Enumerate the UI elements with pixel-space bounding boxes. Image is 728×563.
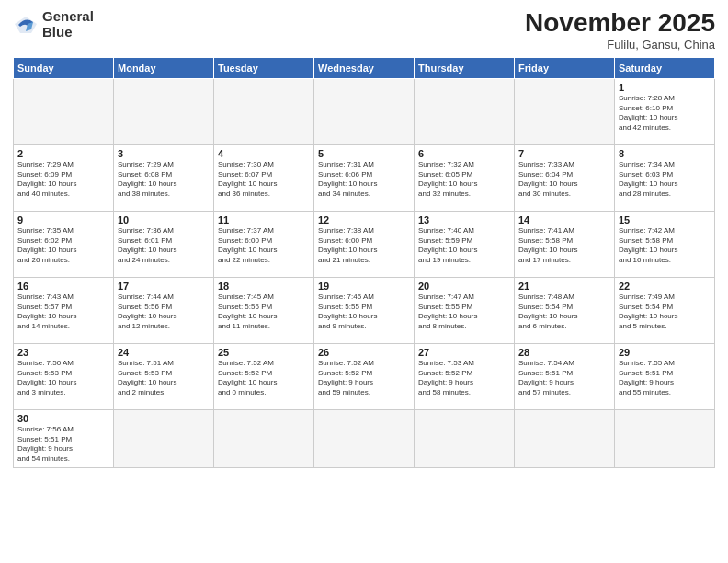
calendar-day-cell: 16Sunrise: 7:43 AM Sunset: 5:57 PM Dayli… [14,277,114,343]
day-info: Sunrise: 7:29 AM Sunset: 6:08 PM Dayligh… [118,160,210,200]
day-info: Sunrise: 7:30 AM Sunset: 6:07 PM Dayligh… [218,160,310,200]
day-info: Sunrise: 7:52 AM Sunset: 5:52 PM Dayligh… [218,359,310,398]
calendar-day-cell: 25Sunrise: 7:52 AM Sunset: 5:52 PM Dayli… [214,343,314,409]
calendar-week-row: 16Sunrise: 7:43 AM Sunset: 5:57 PM Dayli… [14,277,715,343]
calendar-day-cell [415,409,515,467]
calendar-day-cell: 6Sunrise: 7:32 AM Sunset: 6:05 PM Daylig… [415,144,515,211]
day-info: Sunrise: 7:37 AM Sunset: 6:00 PM Dayligh… [218,226,310,266]
day-info: Sunrise: 7:54 AM Sunset: 5:51 PM Dayligh… [518,359,610,398]
day-number: 2 [17,148,109,159]
calendar-day-cell: 13Sunrise: 7:40 AM Sunset: 5:59 PM Dayli… [415,211,515,277]
calendar-day-cell: 20Sunrise: 7:47 AM Sunset: 5:55 PM Dayli… [415,277,515,343]
title-block: November 2025 Fulilu, Gansu, China [525,9,715,52]
day-number: 4 [218,148,310,159]
day-info: Sunrise: 7:52 AM Sunset: 5:52 PM Dayligh… [318,359,410,398]
day-info: Sunrise: 7:51 AM Sunset: 5:53 PM Dayligh… [118,359,210,398]
day-info: Sunrise: 7:36 AM Sunset: 6:01 PM Dayligh… [118,226,210,266]
day-number: 10 [118,214,210,225]
calendar-day-header: Wednesday [314,57,415,78]
day-info: Sunrise: 7:35 AM Sunset: 6:02 PM Dayligh… [17,226,109,266]
day-info: Sunrise: 7:48 AM Sunset: 5:54 PM Dayligh… [518,293,610,332]
calendar-day-cell: 18Sunrise: 7:45 AM Sunset: 5:56 PM Dayli… [214,277,314,343]
day-number: 20 [418,281,510,292]
calendar-day-cell [314,78,415,144]
day-info: Sunrise: 7:40 AM Sunset: 5:59 PM Dayligh… [418,226,510,266]
day-number: 14 [518,214,610,225]
day-info: Sunrise: 7:46 AM Sunset: 5:55 PM Dayligh… [318,293,410,332]
calendar-week-row: 30Sunrise: 7:56 AM Sunset: 5:51 PM Dayli… [14,409,715,467]
day-info: Sunrise: 7:45 AM Sunset: 5:56 PM Dayligh… [218,293,310,332]
calendar-day-cell [114,78,214,144]
calendar-day-cell [515,78,615,144]
calendar-day-cell [615,409,715,467]
day-number: 3 [118,148,210,159]
calendar-day-cell: 30Sunrise: 7:56 AM Sunset: 5:51 PM Dayli… [14,409,114,467]
day-number: 13 [418,214,510,225]
day-number: 22 [619,281,711,292]
calendar-day-cell [214,78,314,144]
calendar-day-cell: 24Sunrise: 7:51 AM Sunset: 5:53 PM Dayli… [114,343,214,409]
day-number: 17 [118,281,210,292]
day-number: 16 [17,281,109,292]
day-number: 12 [318,214,410,225]
calendar-day-cell: 3Sunrise: 7:29 AM Sunset: 6:08 PM Daylig… [114,144,214,211]
calendar-day-cell: 17Sunrise: 7:44 AM Sunset: 5:56 PM Dayli… [114,277,214,343]
calendar: SundayMondayTuesdayWednesdayThursdayFrid… [13,57,715,468]
calendar-day-cell [415,78,515,144]
day-number: 5 [318,148,410,159]
day-number: 21 [518,281,610,292]
day-number: 24 [118,347,210,358]
calendar-day-cell: 11Sunrise: 7:37 AM Sunset: 6:00 PM Dayli… [214,211,314,277]
calendar-day-cell: 23Sunrise: 7:50 AM Sunset: 5:53 PM Dayli… [14,343,114,409]
calendar-day-header: Tuesday [214,57,314,78]
day-number: 29 [619,347,711,358]
day-number: 23 [17,347,109,358]
calendar-day-cell: 26Sunrise: 7:52 AM Sunset: 5:52 PM Dayli… [314,343,415,409]
day-info: Sunrise: 7:47 AM Sunset: 5:55 PM Dayligh… [418,293,510,332]
calendar-day-cell: 4Sunrise: 7:30 AM Sunset: 6:07 PM Daylig… [214,144,314,211]
day-info: Sunrise: 7:53 AM Sunset: 5:52 PM Dayligh… [418,359,510,398]
day-info: Sunrise: 7:31 AM Sunset: 6:06 PM Dayligh… [318,160,410,200]
header: General Blue November 2025 Fulilu, Gansu… [13,9,715,52]
calendar-day-cell: 7Sunrise: 7:33 AM Sunset: 6:04 PM Daylig… [515,144,615,211]
day-info: Sunrise: 7:28 AM Sunset: 6:10 PM Dayligh… [619,94,711,133]
day-info: Sunrise: 7:29 AM Sunset: 6:09 PM Dayligh… [17,160,109,200]
day-number: 30 [17,413,109,424]
day-number: 28 [518,347,610,358]
calendar-day-cell: 2Sunrise: 7:29 AM Sunset: 6:09 PM Daylig… [14,144,114,211]
calendar-day-cell: 21Sunrise: 7:48 AM Sunset: 5:54 PM Dayli… [515,277,615,343]
day-info: Sunrise: 7:56 AM Sunset: 5:51 PM Dayligh… [17,425,109,465]
day-number: 8 [619,148,711,159]
calendar-day-cell: 5Sunrise: 7:31 AM Sunset: 6:06 PM Daylig… [314,144,415,211]
calendar-day-header: Saturday [615,57,715,78]
calendar-day-cell: 12Sunrise: 7:38 AM Sunset: 6:00 PM Dayli… [314,211,415,277]
location: Fulilu, Gansu, China [525,38,715,52]
calendar-day-cell: 29Sunrise: 7:55 AM Sunset: 5:51 PM Dayli… [615,343,715,409]
calendar-day-cell: 28Sunrise: 7:54 AM Sunset: 5:51 PM Dayli… [515,343,615,409]
day-info: Sunrise: 7:43 AM Sunset: 5:57 PM Dayligh… [17,293,109,332]
calendar-day-cell [114,409,214,467]
day-number: 25 [218,347,310,358]
day-info: Sunrise: 7:50 AM Sunset: 5:53 PM Dayligh… [17,359,109,398]
calendar-day-header: Sunday [14,57,114,78]
calendar-week-row: 9Sunrise: 7:35 AM Sunset: 6:02 PM Daylig… [14,211,715,277]
day-info: Sunrise: 7:49 AM Sunset: 5:54 PM Dayligh… [619,293,711,332]
calendar-day-cell [515,409,615,467]
calendar-day-cell [14,78,114,144]
logo-blue: Blue [42,24,73,40]
calendar-day-cell: 9Sunrise: 7:35 AM Sunset: 6:02 PM Daylig… [14,211,114,277]
calendar-day-cell: 14Sunrise: 7:41 AM Sunset: 5:58 PM Dayli… [515,211,615,277]
logo-text: General Blue [42,9,94,40]
calendar-day-header: Monday [114,57,214,78]
logo: General Blue [13,9,94,40]
day-number: 1 [619,82,711,93]
calendar-week-row: 1Sunrise: 7:28 AM Sunset: 6:10 PM Daylig… [14,78,715,144]
calendar-header-row: SundayMondayTuesdayWednesdayThursdayFrid… [14,57,715,78]
calendar-day-cell: 22Sunrise: 7:49 AM Sunset: 5:54 PM Dayli… [615,277,715,343]
day-number: 26 [318,347,410,358]
day-info: Sunrise: 7:34 AM Sunset: 6:03 PM Dayligh… [619,160,711,200]
day-info: Sunrise: 7:33 AM Sunset: 6:04 PM Dayligh… [518,160,610,200]
calendar-day-cell: 1Sunrise: 7:28 AM Sunset: 6:10 PM Daylig… [615,78,715,144]
calendar-day-cell: 19Sunrise: 7:46 AM Sunset: 5:55 PM Dayli… [314,277,415,343]
day-info: Sunrise: 7:42 AM Sunset: 5:58 PM Dayligh… [619,226,711,266]
